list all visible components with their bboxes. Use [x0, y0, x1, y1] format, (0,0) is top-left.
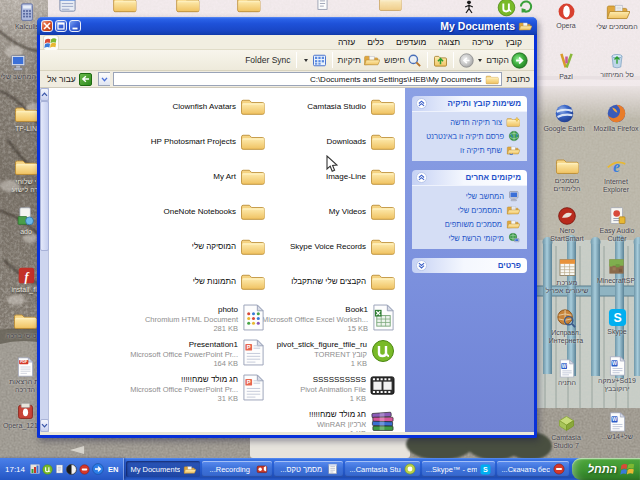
taskbar-button-recording[interactable]: ...Recording — [202, 461, 271, 477]
menu-favorites[interactable]: מועדפים — [390, 37, 432, 47]
search-button[interactable]: חיפוש — [382, 53, 424, 68]
folder-tile[interactable]: HP Photosmart Projects — [151, 131, 265, 152]
file-tile[interactable]: photo Chromium HTML Document 281 KB — [145, 304, 265, 334]
task-pane: משימות קובץ ותיקיה צור תיקיה חדשה פרסם ת… — [405, 88, 534, 432]
desktop-icon-stickfigure[interactable] — [463, 0, 475, 14]
go-button[interactable]: עבור אל — [44, 73, 95, 86]
desktop-icon-my-documents[interactable]: המסמכים שלי — [594, 1, 640, 31]
desktop-icon-word-doc1[interactable]: התניה — [548, 359, 586, 387]
minimize-button[interactable] — [69, 20, 81, 32]
address-bar: כתובת C:\Documents and Settings\HEB\My D… — [40, 71, 534, 88]
address-dropdown[interactable] — [98, 72, 110, 86]
title-bar[interactable]: My Documents — [37, 17, 537, 35]
up-button[interactable] — [431, 53, 450, 68]
desktop-icon-easy-audio[interactable]: Easy Audio Cutter — [596, 206, 638, 243]
desktop-icon-green-swirl[interactable] — [517, 0, 535, 15]
tray-sync-icon[interactable] — [92, 463, 104, 475]
tray-recorder-icon[interactable] — [66, 464, 77, 475]
folder-tile[interactable]: Camtasia Studio — [307, 96, 395, 117]
place-my-documents[interactable]: המסמכים שלי — [417, 204, 520, 216]
taskbar-button-skype[interactable]: ...Skype™ - em — [422, 461, 496, 477]
section-header[interactable]: פרטים — [412, 258, 527, 273]
folder-tile[interactable]: המוסיקה שלי — [192, 236, 265, 257]
desktop-icon-doc-top[interactable] — [316, 0, 329, 10]
back-button[interactable]: הקודם — [484, 52, 530, 69]
desktop-icon-firefox[interactable]: Mozilla Firefox — [592, 103, 640, 133]
desktop-icon-folder-top1[interactable] — [112, 0, 137, 14]
folder-tile[interactable]: My Art — [213, 166, 265, 187]
taskbar-button-camtasia[interactable]: ...Camtasia Stu — [345, 461, 419, 477]
folder-sync-button[interactable]: Folder Sync — [243, 55, 292, 65]
desktop-icon-folder-top2[interactable] — [175, 0, 200, 14]
desktop-icon-internet-fix[interactable]: Исправл. Интернета — [542, 308, 590, 345]
desktop-icon-utorrent[interactable] — [497, 0, 516, 17]
folder-tile[interactable]: הקבצים שלי שהתקבלו — [291, 271, 395, 292]
section-header[interactable]: מיקומים אחרים — [412, 170, 527, 185]
desktop-icon-opera[interactable]: Opera — [545, 2, 587, 30]
desktop-icon-schedule[interactable]: מערכת שיעורים אפריל — [542, 258, 592, 295]
menu-file[interactable]: קובץ — [499, 37, 528, 47]
desktop-icon-nero[interactable]: Nero StartSmart — [545, 206, 589, 243]
folders-button[interactable]: תיקיות — [336, 53, 382, 67]
task-publish-folder[interactable]: פרסם תיקיה זו באינטרנט — [417, 130, 520, 142]
desktop-icon-ie[interactable]: Internet Explorer — [596, 156, 636, 194]
desktop-icon-folder-top4[interactable] — [378, 0, 402, 13]
tray-chart-icon[interactable] — [30, 464, 40, 474]
maximize-button[interactable] — [55, 20, 67, 32]
taskbar-button-my-documents[interactable]: My Documents — [126, 461, 200, 477]
chevron-up-icon[interactable] — [416, 172, 427, 183]
desktop-icon-skype[interactable]: Skype — [598, 308, 636, 336]
file-tile[interactable]: Presentation1 Microsoft Office PowerPoin… — [130, 339, 265, 369]
taskbar-button-text-document[interactable]: ...מסמך טקס — [274, 461, 343, 477]
tray-doc-icon[interactable] — [55, 464, 64, 474]
close-button[interactable] — [41, 20, 53, 32]
views-button[interactable] — [300, 53, 329, 68]
folder-tile[interactable]: Skype Voice Records — [290, 236, 395, 257]
file-tile[interactable]: חג מולד שמח!!!!! ארכיון WinRAR 1 KB — [309, 409, 395, 432]
address-combo[interactable]: C:\Documents and Settings\HEB\My Documen… — [113, 72, 502, 86]
scroll-up-button[interactable] — [40, 88, 49, 101]
desktop-icon-camtasia-desktop[interactable]: Camtasia Studio 7 — [543, 412, 589, 450]
desktop-icon-google-earth[interactable]: Google Earth — [540, 103, 588, 133]
scroll-down-button[interactable] — [40, 419, 49, 432]
taskbar-button-download[interactable]: ...Скачать бес — [497, 461, 569, 477]
desktop-icon-study-folder[interactable]: מסמכים הלימודים — [545, 156, 589, 193]
forward-button[interactable] — [457, 53, 476, 68]
place-shared-documents[interactable]: מסמכים משותפים — [417, 218, 520, 230]
task-new-folder[interactable]: צור תיקיה חדשה — [417, 116, 520, 128]
folder-tile[interactable]: התמונות שלי — [193, 271, 265, 292]
place-network[interactable]: מיקומי הרשת שלי — [417, 232, 520, 244]
file-tile[interactable]: SSSSSSSSSS Pivot Animation File 1 KB — [300, 374, 395, 404]
desktop-icon-word-doc2[interactable]: עמקה+Sd19 ירוקובבץ — [594, 356, 640, 393]
desktop-icon-folder-top3[interactable] — [236, 0, 261, 14]
desktop-icon-minecraft[interactable]: MinecraftSP — [592, 257, 640, 285]
desktop-icon-recycle-bin[interactable]: סל המיחזור — [596, 49, 638, 79]
vertical-scrollbar[interactable] — [40, 88, 49, 432]
tray-utorrent-icon[interactable] — [42, 464, 53, 475]
language-indicator[interactable]: EN — [106, 465, 120, 474]
section-header[interactable]: משימות קובץ ותיקיה — [412, 96, 527, 111]
file-tile[interactable]: Book1 Microsoft Office Excel Worksh... 1… — [262, 304, 395, 334]
folder-tile[interactable]: Clownfish Avatars — [173, 96, 265, 117]
chevron-down-icon[interactable] — [416, 260, 427, 271]
menu-view[interactable]: תצוגה — [432, 37, 466, 47]
menu-help[interactable]: עזרה — [332, 37, 361, 47]
file-tile[interactable]: חג מולד שמח!!!!! Microsoft Office PowerP… — [130, 374, 265, 404]
task-share-folder[interactable]: שתף תיקיה זו — [417, 144, 520, 156]
chevron-up-icon[interactable] — [416, 98, 427, 109]
tray-download-icon[interactable] — [79, 464, 90, 475]
desktop-icon-word-doc3[interactable]: ...של+14ש — [594, 412, 640, 441]
folder-tile[interactable]: OneNote Notebooks — [164, 201, 266, 222]
desktop-icon-pazl[interactable]: Pazl — [545, 51, 587, 81]
desktop-icon-app-top[interactable] — [58, 0, 77, 14]
file-tile[interactable]: pivot_stick_figure_tfile_ru קובץ TORRENT… — [277, 339, 395, 369]
back-dropdown[interactable] — [478, 59, 482, 62]
place-my-computer[interactable]: המחשב שלי — [417, 190, 520, 202]
start-button[interactable]: התחל — [572, 458, 640, 480]
folder-tile[interactable]: Downloads — [326, 131, 395, 152]
scrollbar-thumb[interactable] — [40, 101, 49, 251]
menu-tools[interactable]: כלים — [361, 37, 390, 47]
folder-tile[interactable]: My Videos — [329, 201, 395, 222]
menu-edit[interactable]: עריכה — [466, 37, 499, 47]
desktop-icon-my-computer-left[interactable]: המחשב שלי — [0, 53, 42, 81]
